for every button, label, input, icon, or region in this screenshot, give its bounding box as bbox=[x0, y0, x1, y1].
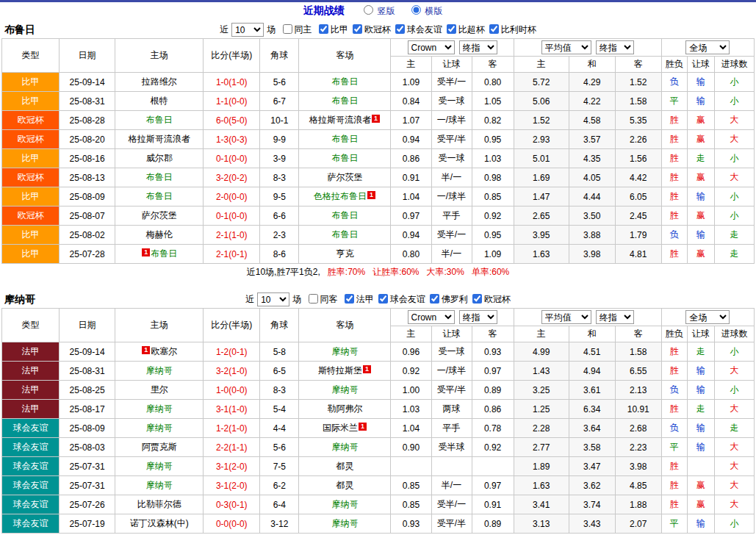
same-venue-checkbox[interactable] bbox=[283, 24, 292, 34]
match-row: 球会友谊25-08-09摩纳哥1-2(1-0)4-4国际米兰11.04平手0.7… bbox=[2, 419, 755, 438]
result-cell: 胜 bbox=[661, 457, 687, 476]
score-cell: 3-1(2-0) bbox=[204, 457, 260, 476]
euro-index-select[interactable]: 终指 bbox=[596, 310, 634, 324]
result-cell: 胜 bbox=[661, 111, 687, 130]
goals-result-cell: 小 bbox=[714, 92, 754, 111]
away-team-cell: 斯特拉斯堡1 bbox=[299, 362, 391, 381]
date-cell: 25-07-31 bbox=[60, 457, 115, 476]
league-checkbox[interactable] bbox=[447, 24, 456, 34]
league-checkbox[interactable] bbox=[472, 294, 482, 304]
col-type: 类型 bbox=[2, 309, 60, 342]
handicap-result-cell: 输 bbox=[687, 362, 714, 381]
home-team-cell: 摩纳哥 bbox=[115, 362, 204, 381]
results-table: 类型 日期 主场 比分(半场) 角球 客场 Crown终指 平均值终指 全场 主… bbox=[1, 38, 755, 264]
goals-result-cell: 大 bbox=[714, 362, 754, 381]
same-venue-checkbox[interactable] bbox=[309, 294, 318, 304]
horizontal-layout-label[interactable]: 横版 bbox=[425, 6, 442, 16]
col-date: 日期 bbox=[60, 309, 115, 342]
euro-home-odds: 1.25 bbox=[514, 400, 569, 419]
league-checkbox[interactable] bbox=[378, 294, 388, 304]
match-row: 欧冠杯25-08-20格拉斯哥流浪者1-3(0-3)9-9布鲁日0.94受平/半… bbox=[2, 130, 755, 149]
bookmaker-select[interactable]: Crown bbox=[408, 310, 455, 324]
match-row: 球会友谊25-07-31摩纳哥3-1(2-0)6-2都灵0.85半/一0.971… bbox=[2, 476, 755, 495]
corner-cell: 6-7 bbox=[260, 92, 299, 111]
away-team-cell: 勒阿弗尔 bbox=[299, 400, 391, 419]
away-team-cell: 都灵 bbox=[299, 457, 391, 476]
score-cell: 1-1(0-0) bbox=[204, 92, 260, 111]
result-cell: 负 bbox=[661, 381, 687, 400]
euro-home-odds: 5.72 bbox=[514, 73, 569, 92]
euro-draw-odds: 3.88 bbox=[569, 226, 615, 245]
euro-draw-odds: 3.74 bbox=[569, 495, 615, 514]
corner-cell: 6-6 bbox=[260, 207, 299, 226]
match-row: 球会友谊25-07-31摩纳哥3-1(2-0)7-5都灵1.893.473.98… bbox=[2, 457, 755, 476]
scope-select[interactable]: 全场 bbox=[685, 40, 730, 54]
league-type-badge: 比甲 bbox=[2, 187, 60, 207]
euro-home-odds: 4.99 bbox=[514, 342, 569, 362]
euro-home-odds: 1.63 bbox=[514, 245, 569, 264]
col-handicap-result: 让球 bbox=[687, 326, 714, 342]
goals-result-cell: 小 bbox=[714, 514, 754, 534]
date-cell: 25-07-28 bbox=[60, 245, 115, 264]
vertical-layout-radio[interactable] bbox=[364, 5, 373, 15]
home-team-cell: 比勒菲尔德 bbox=[115, 495, 204, 514]
goals-result-cell: 大 bbox=[714, 495, 754, 514]
red-card-badge: 1 bbox=[359, 423, 367, 431]
bookmaker-select[interactable]: Crown bbox=[408, 40, 455, 54]
col-date: 日期 bbox=[60, 39, 115, 73]
handicap-result-cell: 赢 bbox=[687, 245, 714, 264]
scope-select[interactable]: 全场 bbox=[685, 310, 730, 324]
league-checkbox[interactable] bbox=[489, 24, 499, 34]
match-count-select[interactable]: 10 bbox=[257, 292, 289, 306]
league-checkbox[interactable] bbox=[353, 24, 362, 34]
euro-index-select[interactable]: 终指 bbox=[596, 40, 634, 54]
section-head: 布鲁日 近10场 同主 比甲欧冠杯球会友谊比超杯比利时杯 bbox=[0, 21, 756, 38]
goals-result-cell: 大 bbox=[714, 168, 754, 187]
league-label: 欧冠杯 bbox=[364, 24, 391, 35]
horizontal-layout-radio[interactable] bbox=[411, 5, 421, 15]
asian-home-odds: 0.96 bbox=[391, 342, 431, 362]
date-cell: 25-08-28 bbox=[60, 111, 115, 130]
team-label: 比勒菲尔德 bbox=[137, 499, 181, 509]
goals-result-cell: 大 bbox=[714, 438, 754, 457]
asian-handicap-line: 受一球 bbox=[431, 149, 472, 168]
asian-index-select[interactable]: 终指 bbox=[459, 310, 497, 324]
league-checkbox[interactable] bbox=[395, 24, 405, 34]
asian-away-odds: 1.03 bbox=[472, 149, 514, 168]
team-label: 布鲁日 bbox=[151, 248, 177, 259]
vertical-layout-label[interactable]: 竖版 bbox=[378, 6, 395, 16]
corner-cell: 8-6 bbox=[260, 245, 299, 264]
euro-away-odds: 4.85 bbox=[615, 476, 661, 495]
match-count-select[interactable]: 10 bbox=[231, 23, 264, 37]
score-cell: 3-2(0-2) bbox=[204, 168, 260, 187]
asian-index-select[interactable]: 终指 bbox=[459, 40, 497, 54]
euro-avg-select[interactable]: 平均值 bbox=[541, 310, 591, 324]
euro-away-odds: 1.58 bbox=[615, 342, 661, 362]
asian-handicap-line: 受半/一 bbox=[431, 73, 472, 92]
league-type-badge: 欧冠杯 bbox=[2, 130, 60, 149]
team-label: 摩纳哥 bbox=[331, 442, 358, 452]
corner-cell: 10-1 bbox=[260, 111, 299, 130]
score-cell: 0-1(0-0) bbox=[204, 149, 260, 168]
league-type-badge: 法甲 bbox=[2, 362, 60, 381]
euro-draw-odds: 3.58 bbox=[569, 438, 615, 457]
league-checkbox[interactable] bbox=[345, 294, 354, 304]
asian-home-odds: 0.90 bbox=[391, 438, 431, 457]
away-team-cell: 国际米兰1 bbox=[299, 419, 391, 438]
euro-draw-odds: 3.62 bbox=[569, 476, 615, 495]
euro-avg-select[interactable]: 平均值 bbox=[541, 40, 591, 54]
home-team-cell: 萨尔茨堡 bbox=[115, 207, 204, 226]
league-checkbox[interactable] bbox=[430, 294, 439, 304]
asian-home-odds: 0.91 bbox=[391, 168, 431, 187]
league-type-badge: 球会友谊 bbox=[2, 438, 60, 457]
home-team-cell: 布鲁日 bbox=[115, 168, 204, 187]
league-filters: 比甲欧冠杯球会友谊比超杯比利时杯 bbox=[315, 24, 537, 35]
team-label: 威尔郡 bbox=[146, 153, 173, 163]
asian-home-odds: 0.94 bbox=[391, 226, 431, 245]
red-card-badge: 1 bbox=[363, 365, 371, 373]
euro-draw-odds: 4.58 bbox=[569, 111, 615, 130]
handicap-result-cell: 赢 bbox=[687, 207, 714, 226]
league-checkbox[interactable] bbox=[319, 24, 328, 34]
match-row: 比甲25-08-02梅赫伦2-1(1-0)2-3布鲁日0.94受半/一0.953… bbox=[2, 226, 755, 245]
match-row: 法甲25-08-17摩纳哥3-1(1-0)5-4勒阿弗尔1.03两球0.861.… bbox=[2, 400, 755, 419]
